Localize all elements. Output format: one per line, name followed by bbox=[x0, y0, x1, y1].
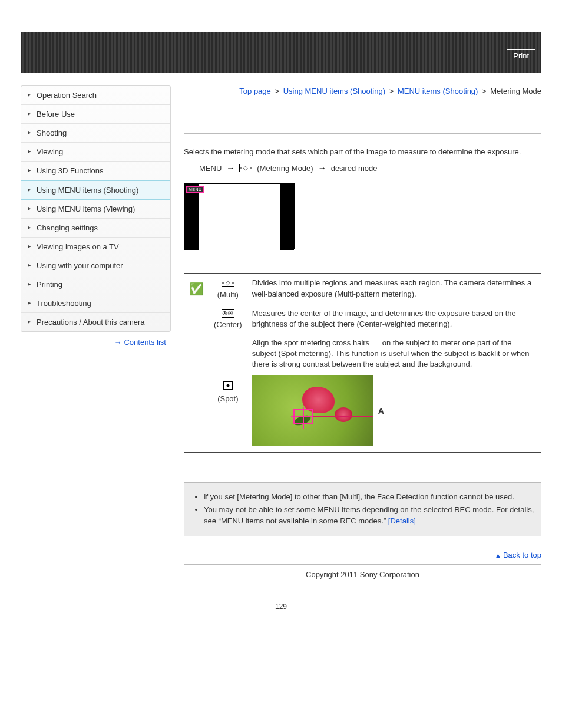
breadcrumb-shooting-menu[interactable]: Using MENU items (Shooting) bbox=[283, 87, 385, 95]
copyright-text: Copyright 2011 Sony Corporation bbox=[184, 570, 541, 579]
mode-caption: (Center) bbox=[214, 319, 242, 330]
table-row-spot: (Spot) Align the spot metering cross hai… bbox=[184, 334, 541, 453]
metering-mode-label: (Metering Mode) bbox=[257, 164, 313, 173]
note-item: If you set [Metering Mode] to other than… bbox=[204, 492, 534, 503]
sidebar-item-printing[interactable]: Printing bbox=[21, 275, 170, 294]
note-text: You may not be able to set some MENU ite… bbox=[204, 505, 534, 525]
label-a: A bbox=[378, 406, 384, 417]
divider bbox=[184, 133, 541, 134]
menu-path: MENU → ◇ (Metering Mode) → desired mode bbox=[184, 163, 541, 173]
spot-photo-wrap: A bbox=[252, 370, 373, 446]
mode-multi-desc: Divides into multiple regions and measur… bbox=[247, 274, 541, 304]
note-item: You may not be able to set some MENU ite… bbox=[204, 505, 534, 527]
table-row-multi: ✅ ◇ (Multi) Divides into multiple region… bbox=[184, 274, 541, 304]
mode-spot-desc: Align the spot metering cross hairs on t… bbox=[247, 334, 541, 453]
table-row-center: ⦿ (Center) Measures the center of the im… bbox=[184, 304, 541, 334]
crosshair-icon bbox=[293, 409, 313, 424]
sidebar-item-before-use[interactable]: Before Use bbox=[21, 105, 170, 124]
mode-multi-label: ◇ (Multi) bbox=[209, 274, 247, 304]
center-icon: ⦿ bbox=[222, 309, 234, 318]
details-link[interactable]: [Details] bbox=[388, 516, 416, 525]
menu-tag-highlight: MENU bbox=[186, 186, 204, 193]
breadcrumb-top[interactable]: Top page bbox=[239, 87, 271, 95]
check-icon: ✅ bbox=[184, 274, 209, 304]
sidebar-item-computer[interactable]: Using with your computer bbox=[21, 256, 170, 275]
contents-list-row: →Contents list bbox=[21, 338, 171, 347]
sidebar-item-viewing-tv[interactable]: Viewing images on a TV bbox=[21, 238, 170, 256]
sidebar-item-viewing[interactable]: Viewing bbox=[21, 143, 170, 162]
mode-spot-label: (Spot) bbox=[209, 334, 247, 453]
arrow-right-icon: → bbox=[226, 163, 234, 173]
page-number: 129 bbox=[21, 602, 541, 611]
breadcrumb-current: Metering Mode bbox=[490, 87, 541, 95]
empty-cell bbox=[184, 304, 209, 452]
sidebar: Operation Search Before Use Shooting Vie… bbox=[21, 85, 171, 347]
arrow-right-icon: → bbox=[114, 338, 121, 347]
modes-table: ✅ ◇ (Multi) Divides into multiple region… bbox=[184, 273, 541, 453]
menu-label: MENU bbox=[199, 164, 222, 173]
sidebar-item-menu-viewing[interactable]: Using MENU items (Viewing) bbox=[21, 200, 170, 219]
mode-caption: (Multi) bbox=[214, 289, 242, 300]
sidebar-item-operation-search[interactable]: Operation Search bbox=[21, 86, 170, 105]
print-button[interactable]: Print bbox=[507, 49, 535, 62]
multi-icon: ◇ bbox=[222, 279, 234, 287]
divider bbox=[184, 564, 541, 565]
mode-caption: (Spot) bbox=[214, 394, 242, 404]
main-content: Top page > Using MENU items (Shooting) >… bbox=[184, 85, 541, 602]
contents-list-link[interactable]: Contents list bbox=[124, 338, 166, 347]
metering-mode-icon: ◇ bbox=[239, 164, 252, 172]
sidebar-item-3d-functions[interactable]: Using 3D Functions bbox=[21, 162, 170, 180]
camera-screenshot: MENU bbox=[184, 183, 295, 249]
spot-icon bbox=[223, 381, 233, 390]
intro-text: Selects the metering mode that sets whic… bbox=[184, 147, 541, 158]
sidebar-item-troubleshooting[interactable]: Troubleshooting bbox=[21, 294, 170, 313]
spot-desc-text: Align the spot metering cross hairs bbox=[252, 338, 369, 347]
breadcrumb: Top page > Using MENU items (Shooting) >… bbox=[184, 85, 541, 97]
sidebar-item-precautions[interactable]: Precautions / About this camera bbox=[21, 313, 170, 331]
breadcrumb-sep: > bbox=[275, 87, 279, 95]
mode-center-label: ⦿ (Center) bbox=[209, 304, 247, 334]
sidebar-item-changing-settings[interactable]: Changing settings bbox=[21, 219, 170, 238]
triangle-up-icon: ▲ bbox=[495, 552, 501, 559]
sidebar-item-menu-shooting[interactable]: Using MENU items (Shooting) bbox=[21, 180, 170, 200]
mode-center-desc: Measures the center of the image, and de… bbox=[247, 304, 541, 334]
arrow-right-icon: → bbox=[318, 163, 326, 173]
sidebar-nav: Operation Search Before Use Shooting Vie… bbox=[21, 85, 171, 332]
breadcrumb-sep: > bbox=[482, 87, 487, 95]
sidebar-item-shooting[interactable]: Shooting bbox=[21, 124, 170, 143]
back-to-top-link[interactable]: Back to top bbox=[503, 551, 541, 559]
notes-box: If you set [Metering Mode] to other than… bbox=[184, 482, 541, 537]
header-bar: Print bbox=[21, 32, 541, 73]
desired-mode-label: desired mode bbox=[331, 164, 378, 173]
breadcrumb-menu-items[interactable]: MENU items (Shooting) bbox=[398, 87, 478, 95]
spot-photo bbox=[252, 375, 373, 446]
breadcrumb-sep: > bbox=[389, 87, 394, 95]
back-to-top-row: ▲Back to top bbox=[184, 551, 541, 559]
